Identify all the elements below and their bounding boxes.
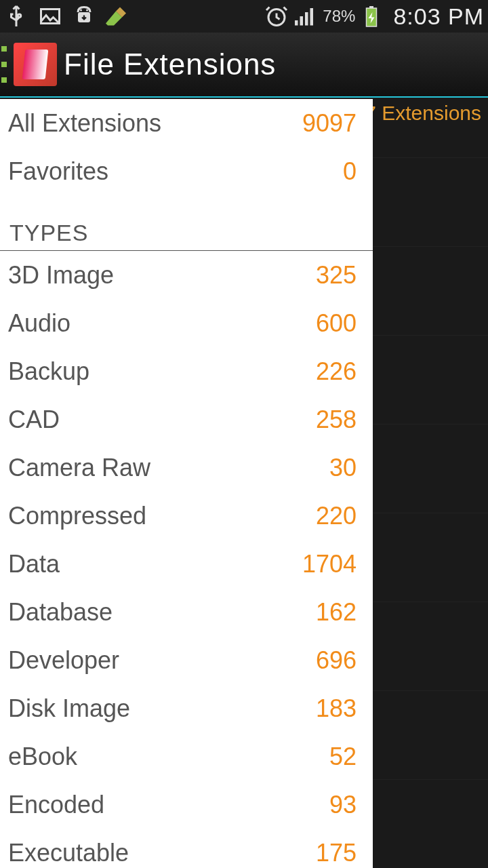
drawer-item-3d-image[interactable]: 3D Image 325	[0, 251, 373, 299]
drawer-item-label: Disk Image	[8, 694, 130, 723]
drawer-item-count: 93	[329, 791, 357, 819]
android-update-icon	[72, 4, 96, 28]
drawer-item-count: 0	[343, 157, 357, 186]
drawer-item-count: 175	[316, 839, 357, 867]
svg-rect-10	[369, 6, 373, 8]
drawer-item-data[interactable]: Data 1704	[0, 540, 373, 588]
app-icon[interactable]	[14, 43, 57, 86]
svg-point-3	[86, 9, 88, 12]
drawer-item-label: Executable	[8, 839, 129, 867]
drawer-item-label: Developer	[8, 646, 119, 675]
drawer-item-label: Database	[8, 598, 113, 627]
drawer-item-database[interactable]: Database 162	[0, 588, 373, 636]
svg-rect-5	[295, 20, 298, 26]
status-bar: 78% 8:03 PM	[0, 0, 488, 33]
svg-rect-8	[310, 8, 314, 26]
drawer-top-list: All Extensions 9097 Favorites 0	[0, 99, 373, 195]
drawer-item-label: Favorites	[8, 157, 108, 186]
drawer-item-favorites[interactable]: Favorites 0	[0, 147, 373, 195]
drawer-item-label: Audio	[8, 309, 70, 338]
status-left	[4, 4, 264, 28]
navigation-drawer: All Extensions 9097 Favorites 0 TYPES 3D…	[0, 99, 373, 868]
drawer-item-label: eBook	[8, 743, 77, 771]
broom-icon	[106, 4, 130, 28]
svg-point-2	[80, 9, 82, 12]
usb-icon	[4, 4, 28, 28]
svg-rect-6	[300, 16, 304, 26]
drawer-item-count: 325	[316, 261, 357, 290]
drawer-toggle-icon[interactable]	[1, 41, 9, 88]
drawer-item-label: CAD	[8, 406, 60, 434]
drawer-item-count: 258	[316, 406, 357, 434]
battery-charging-icon	[359, 4, 384, 28]
drawer-item-count: 30	[329, 454, 357, 482]
drawer-item-count: 1704	[302, 550, 357, 578]
status-right: 78% 8:03 PM	[264, 3, 484, 30]
drawer-item-count: 226	[316, 357, 357, 386]
drawer-item-label: 3D Image	[8, 261, 114, 290]
battery-percentage: 78%	[323, 7, 355, 26]
drawer-item-count: 183	[316, 694, 357, 723]
drawer-item-label: All Extensions	[8, 109, 161, 138]
drawer-item-count: 220	[316, 502, 357, 530]
drawer-item-label: Data	[8, 550, 60, 578]
drawer-item-count: 600	[316, 309, 357, 338]
drawer-item-cad[interactable]: CAD 258	[0, 395, 373, 443]
drawer-item-count: 52	[329, 743, 357, 771]
picture-icon	[38, 4, 62, 28]
drawer-item-audio[interactable]: Audio 600	[0, 299, 373, 347]
drawer-item-compressed[interactable]: Compressed 220	[0, 492, 373, 540]
drawer-item-count: 162	[316, 598, 357, 627]
drawer-item-ebook[interactable]: eBook 52	[0, 732, 373, 781]
section-header-types: TYPES	[0, 199, 373, 251]
drawer-item-developer[interactable]: Developer 696	[0, 636, 373, 684]
drawer-item-executable[interactable]: Executable 175	[0, 829, 373, 868]
drawer-item-label: Camera Raw	[8, 454, 150, 482]
drawer-types-list: 3D Image 325 Audio 600 Backup 226 CAD 25…	[0, 251, 373, 868]
svg-rect-7	[305, 12, 308, 26]
drawer-item-encoded[interactable]: Encoded 93	[0, 781, 373, 829]
title-bar: File Extensions	[0, 33, 488, 98]
alarm-icon	[264, 4, 289, 28]
drawer-item-count: 696	[316, 646, 357, 675]
drawer-item-backup[interactable]: Backup 226	[0, 347, 373, 395]
page-title: File Extensions	[64, 47, 276, 81]
drawer-item-label: Backup	[8, 357, 89, 386]
drawer-item-label: Compressed	[8, 502, 146, 530]
clock: 8:03 PM	[393, 3, 484, 30]
drawer-item-camera-raw[interactable]: Camera Raw 30	[0, 443, 373, 492]
signal-icon	[293, 4, 317, 28]
section-header-label: TYPES	[9, 220, 88, 246]
drawer-item-count: 9097	[302, 109, 357, 138]
drawer-item-disk-image[interactable]: Disk Image 183	[0, 684, 373, 732]
drawer-item-label: Encoded	[8, 791, 104, 819]
drawer-item-all-extensions[interactable]: All Extensions 9097	[0, 99, 373, 147]
